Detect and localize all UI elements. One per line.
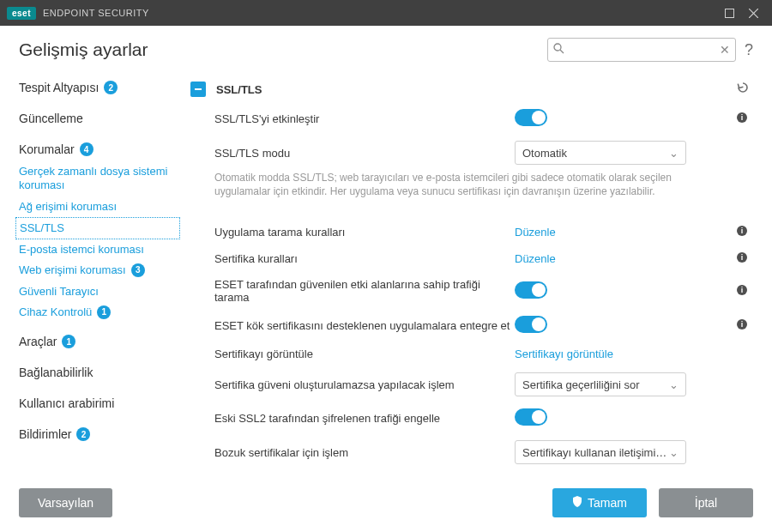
- svg-text:i: i: [741, 286, 744, 294]
- close-button[interactable]: [741, 1, 765, 25]
- sidebar-sub-ssltls[interactable]: SSL/TLS: [15, 217, 180, 239]
- svg-text:i: i: [741, 320, 744, 329]
- default-button[interactable]: Varsayılan: [19, 488, 112, 517]
- toggle-ssl2[interactable]: [515, 408, 547, 426]
- header: Gelişmiş ayarlar ✕ ?: [0, 26, 772, 70]
- revert-icon: [736, 81, 750, 94]
- info-icon[interactable]: i: [733, 284, 751, 299]
- toggle-enable-ssl[interactable]: [515, 109, 547, 126]
- sidebar-item-label: Korumalar: [19, 142, 75, 156]
- svg-text:i: i: [741, 113, 744, 122]
- sidebar-sub-device[interactable]: Cihaz Kontrolü 1: [15, 302, 180, 323]
- badge: 4: [80, 142, 93, 156]
- sidebar-sub-network[interactable]: Ağ erişimi koruması: [15, 196, 180, 217]
- search-input[interactable]: [553, 44, 720, 57]
- badge: 1: [62, 335, 75, 348]
- product-name: ENDPOINT SECURITY: [43, 8, 149, 18]
- label: SSL/TLS'yi etkinleştir: [214, 112, 515, 125]
- ok-button[interactable]: Tamam: [552, 488, 647, 517]
- badge: 2: [76, 427, 90, 441]
- row-ssl-mode: SSL/TLS modu Otomatik ⌄: [189, 135, 751, 171]
- sidebar-item-label: Web erişimi koruması: [19, 263, 126, 277]
- svg-line-4: [560, 50, 564, 53]
- sidebar-item-korumalar[interactable]: Korumalar 4: [15, 137, 180, 161]
- toggle-root-cert[interactable]: [515, 316, 547, 333]
- sidebar-item-baglan[interactable]: Bağlanabilirlik: [15, 360, 180, 384]
- label: Sertifikayı görüntüle: [214, 348, 515, 360]
- select-value: Otomatik: [522, 147, 669, 160]
- row-cert-rules: Sertifika kuralları Düzenle i: [189, 245, 751, 272]
- link-edit-app-rules[interactable]: Düzenle: [515, 226, 556, 239]
- search-clear-icon[interactable]: ✕: [720, 43, 730, 57]
- select-trust-fail[interactable]: Sertifika geçerliliğini sor ⌄: [515, 372, 686, 396]
- footer: Varsayılan Tamam İptal: [0, 474, 772, 532]
- select-ssl-mode[interactable]: Otomatik ⌄: [515, 141, 686, 165]
- section-header: SSL/TLS: [189, 76, 751, 103]
- sidebar-item-tespit[interactable]: Tespit Altyapısı 2: [15, 76, 180, 100]
- row-app-rules: Uygulama tarama kuralları Düzenle i: [189, 219, 751, 245]
- help-button[interactable]: ?: [745, 41, 753, 59]
- info-icon[interactable]: i: [733, 225, 751, 239]
- svg-rect-0: [725, 9, 733, 17]
- titlebar: eset ENDPOINT SECURITY: [0, 0, 772, 26]
- select-broken-cert[interactable]: Sertifikayı kullanan iletişimi e... ⌄: [515, 440, 686, 464]
- badge: 3: [131, 263, 145, 277]
- chevron-down-icon: ⌄: [669, 147, 679, 160]
- ok-label: Tamam: [588, 496, 627, 510]
- row-root-cert: ESET kök sertifikasını desteklenen uygul…: [189, 310, 751, 342]
- info-icon[interactable]: i: [733, 251, 751, 266]
- sidebar-item-label: Güncelleme: [19, 112, 83, 125]
- badge: 1: [97, 305, 111, 319]
- search-icon: [553, 43, 564, 57]
- select-value: Sertifika geçerliliğini sor: [522, 378, 669, 391]
- sidebar-item-guncelleme[interactable]: Güncelleme: [15, 106, 180, 130]
- label: ESET kök sertifikasını desteklenen uygul…: [214, 319, 515, 332]
- maximize-icon: [725, 9, 734, 18]
- revert-button[interactable]: [736, 81, 750, 98]
- info-icon[interactable]: i: [733, 112, 751, 126]
- label: ESET tarafından güvenilen etki alanların…: [214, 278, 515, 304]
- label: Uygulama tarama kuralları: [214, 226, 515, 239]
- row-broken-cert: Bozuk sertifikalar için işlem Sertifikay…: [189, 434, 751, 470]
- chevron-down-icon: ⌄: [669, 378, 679, 391]
- sidebar-item-label: Tespit Altyapısı: [19, 81, 99, 94]
- sidebar-item-label: Cihaz Kontrolü: [19, 305, 92, 319]
- mode-description: Otomatik modda SSL/TLS; web tarayıcıları…: [189, 171, 751, 203]
- label: Eski SSL2 tarafından şifrelenen trafiği …: [214, 412, 515, 425]
- minus-icon: [194, 85, 202, 94]
- row-ssl2: Eski SSL2 tarafından şifrelenen trafiği …: [189, 402, 751, 434]
- link-view-cert[interactable]: Sertifikayı görüntüle: [515, 348, 613, 360]
- sidebar-item-bildirim[interactable]: Bildirimler 2: [15, 422, 180, 446]
- collapse-toggle[interactable]: [190, 82, 206, 97]
- sidebar-sub-web[interactable]: Web erişimi koruması 3: [15, 260, 180, 281]
- label: Bozuk sertifikalar için işlem: [214, 446, 515, 459]
- sidebar-item-label: Araçlar: [19, 335, 57, 348]
- sidebar-item-label: Bildirimler: [19, 427, 71, 441]
- label: SSL/TLS modu: [214, 147, 515, 160]
- badge: 2: [104, 81, 118, 94]
- sidebar-item-araclar[interactable]: Araçlar 1: [15, 329, 180, 354]
- chevron-down-icon: ⌄: [669, 446, 679, 459]
- sidebar-sub-email[interactable]: E-posta istemci koruması: [15, 239, 180, 260]
- svg-point-3: [554, 44, 561, 51]
- sidebar-sub-browser[interactable]: Güvenli Tarayıcı: [15, 281, 180, 302]
- svg-text:i: i: [741, 253, 744, 262]
- link-edit-cert-rules[interactable]: Düzenle: [515, 252, 556, 265]
- brand-badge: eset: [7, 7, 36, 20]
- info-icon[interactable]: i: [733, 318, 751, 333]
- svg-text:i: i: [741, 227, 744, 235]
- search-box[interactable]: ✕: [547, 38, 736, 62]
- shield-icon: [572, 496, 582, 510]
- sidebar-sub-rtfs[interactable]: Gerçek zamanlı dosya sistemi koruması: [15, 161, 180, 196]
- sidebar-item-label: Kullanıcı arabirimi: [19, 396, 114, 410]
- label: Sertifika kuralları: [214, 252, 515, 265]
- content: SSL/TLS SSL/TLS'yi etkinleştir i SSL/TLS…: [180, 70, 772, 493]
- row-trust-fail: Sertifika güveni oluşturulamazsa yapılac…: [189, 366, 751, 402]
- toggle-trusted-domains[interactable]: [515, 281, 547, 299]
- page-title: Gelişmiş ayarlar: [19, 39, 148, 60]
- sidebar-item-label: Bağlanabilirlik: [19, 366, 93, 379]
- cancel-button[interactable]: İptal: [659, 488, 753, 517]
- maximize-button[interactable]: [717, 1, 741, 25]
- sidebar-item-kullanici[interactable]: Kullanıcı arabirimi: [15, 391, 180, 415]
- row-enable-ssl: SSL/TLS'yi etkinleştir i: [189, 103, 751, 135]
